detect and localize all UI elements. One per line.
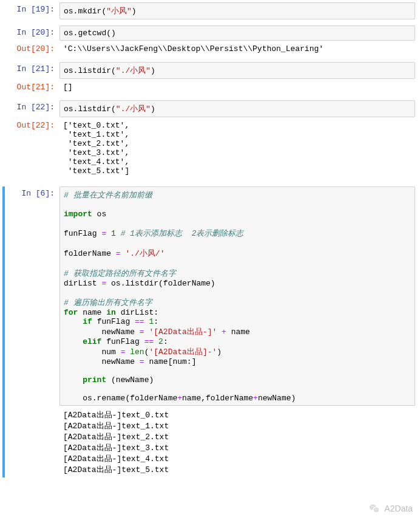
selected-cell: In [6]: # 批量在文件名前加前缀 import os funFlag =… [2,186,415,477]
code-text: os.listdir(folderName) [106,279,215,288]
code-text: : [163,337,168,346]
operator: = [140,327,144,337]
code-text: os [92,210,106,219]
code-text: (newName) [106,375,154,385]
code-text: ) [151,66,155,75]
string-literal: '[A2Data出品]-' [149,347,217,357]
operator: == [135,317,144,326]
string-literal: "./小风" [116,104,151,114]
in-prompt: In [19]: [5,2,59,16]
code-text: num [64,347,121,357]
keyword: if [83,317,92,326]
code-text: os.listdir( [64,66,116,75]
in-prompt: In [21]: [5,62,59,76]
code-text [154,337,158,346]
code-text [217,327,222,337]
code-text [116,229,121,238]
code-text: name [78,308,106,317]
keyword: elif [83,337,101,346]
code-text: folderName [64,249,116,258]
code-text: os.getcwd() [64,29,116,38]
code-cell: In [21]: os.listdir("./小风") [5,62,415,79]
code-text [64,317,83,326]
string-literal: '[A2Data出品-]' [149,327,217,337]
output-cell: [A2Data出品-]text_0.txt [A2Data出品-]text_1.… [5,407,415,477]
comment: # 批量在文件名前加前缀 [64,191,152,200]
output-text: 'C:\\Users\\JackFeng\\Desktop\\Persist\\… [59,42,415,56]
code-text: name [226,327,250,337]
output-text: [A2Data出品-]text_0.txt [A2Data出品-]text_1.… [59,407,415,477]
in-prompt: In [6]: [5,186,59,200]
code-input[interactable]: os.getcwd() [59,26,415,41]
comment: # 遍历输出所有文件名字 [64,298,152,307]
code-text: newName [64,327,140,337]
code-text [106,229,111,238]
keyword: in [106,308,116,317]
empty-prompt [5,407,59,412]
string-literal: "./小风" [116,66,151,75]
code-text: os.rename(folderName [64,394,177,403]
code-input[interactable]: # 批量在文件名前加前缀 import os funFlag = 1 # 1表示… [59,186,415,406]
code-text: ) [151,104,155,114]
comment: # 获取指定路径的所有文件名字 [64,269,176,278]
code-text: name,folderName [182,394,253,403]
code-input[interactable]: os.listdir("./小风") [59,100,415,117]
output-cell: Out[20]: 'C:\\Users\\JackFeng\\Desktop\\… [5,42,415,56]
output-text: ['text_0.txt', 'text_1.txt', 'text_2.txt… [59,118,415,178]
keyword: for [64,308,78,317]
code-text: : [154,317,158,326]
in-prompt: In [22]: [5,100,59,114]
notebook: In [19]: os.mkdir("小风") In [20]: os.getc… [0,0,420,481]
code-text: funFlag [92,317,135,326]
code-cell: In [19]: os.mkdir("小风") [5,2,415,19]
code-cell: In [22]: os.listdir("./小风") [5,100,415,117]
code-text: os.mkdir( [64,7,106,16]
operator: + [177,394,182,403]
operator: = [140,357,144,366]
out-prompt: Out[22]: [5,118,59,132]
keyword: print [83,375,106,385]
code-text: ) [217,347,222,357]
in-prompt: In [20]: [5,26,59,39]
number: 2 [158,337,163,346]
output-cell: Out[22]: ['text_0.txt', 'text_1.txt', 't… [5,118,415,178]
code-text: dirList [64,279,101,288]
code-text: newName) [258,394,296,403]
code-cell: In [6]: # 批量在文件名前加前缀 import os funFlag =… [5,186,415,406]
code-input[interactable]: os.listdir("./小风") [59,62,415,79]
code-text: newName [64,357,140,366]
operator: = [116,249,121,258]
operator: + [253,394,258,403]
code-text: os.listdir( [64,104,116,114]
code-text: name[num:] [144,357,197,366]
code-text [64,375,83,385]
code-text [64,337,83,346]
keyword: import [64,210,92,219]
number: 1 [111,229,116,238]
out-prompt: Out[21]: [5,80,59,94]
operator: == [144,337,154,346]
code-text: dirList: [116,308,158,317]
code-text: funFlag [64,229,101,238]
output-cell: Out[21]: [] [5,80,415,94]
comment: # 1表示添加标志 2表示删除标志 [121,229,244,238]
builtin: len [130,347,144,357]
out-prompt: Out[20]: [5,42,59,56]
string-literal: "小风" [106,7,132,16]
code-text: ) [132,7,137,16]
operator: + [222,327,226,337]
string-literal: './小风/' [125,249,164,258]
code-input[interactable]: os.mkdir("小风") [59,2,415,19]
code-text: funFlag [101,337,144,346]
output-text: [] [59,80,415,94]
code-cell: In [20]: os.getcwd() [5,26,415,41]
